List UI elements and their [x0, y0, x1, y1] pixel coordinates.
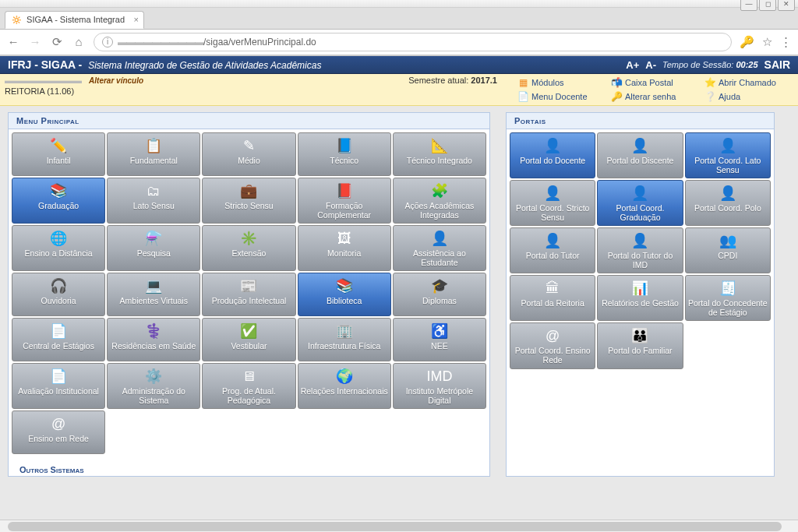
tab-close-icon[interactable]: × — [134, 15, 139, 24]
menu-card[interactable]: 💻Ambientes Virtuais — [107, 273, 200, 316]
logout-button[interactable]: SAIR — [764, 58, 790, 71]
menu-card-label: Stricto Sensu — [224, 202, 273, 211]
menu-card-label: Infraestrutura Física — [308, 342, 380, 351]
menu-card-label: Produção Intelectual — [212, 297, 287, 306]
menu-card[interactable]: 📚Biblioteca — [298, 273, 391, 316]
menu-card[interactable]: 📕Formação Complementar — [298, 178, 391, 224]
portal-card-label: Portal do Tutor do IMD — [599, 252, 680, 270]
window-close[interactable]: ✕ — [778, 0, 795, 11]
browser-menu-icon[interactable]: ⋮ — [780, 35, 792, 49]
key-saved-icon[interactable]: 🔑 — [740, 35, 754, 49]
portal-card-label: Portal Coord. Ensino Rede — [512, 347, 593, 365]
menu-card[interactable]: 🗂Lato Sensu — [107, 178, 200, 224]
address-bar[interactable]: i ▬▬▬▬▬▬▬▬▬▬ /sigaa/verMenuPrincipal.do — [94, 33, 732, 51]
portal-card[interactable]: 👤Portal do Tutor do IMD — [597, 227, 683, 273]
menu-card[interactable]: ⚙️Administração do Sistema — [107, 363, 200, 409]
menu-card[interactable]: 📘Técnico — [298, 132, 391, 176]
menu-card[interactable]: ✅Vestibular — [202, 318, 295, 361]
portal-card-icon: 👤 — [629, 184, 651, 203]
menu-card-icon: 👤 — [429, 229, 450, 248]
menu-card-label: Infantil — [47, 157, 71, 166]
nav-back-icon[interactable]: ← — [6, 35, 20, 49]
portal-card[interactable]: 🏛Portal da Reitoria — [510, 275, 595, 321]
menu-card[interactable]: 📄Central de Estágios — [12, 318, 105, 361]
menu-card-label: Prog. de Atual. Pedagógica — [204, 387, 293, 405]
portal-card[interactable]: 👤Portal Coord. Stricto Sensu — [510, 180, 595, 226]
menu-card[interactable]: 🧩Ações Acadêmicas Integradas — [393, 178, 486, 224]
menu-card-icon: 📄 — [48, 322, 69, 340]
menu-card[interactable]: ✏️Infantil — [12, 132, 105, 176]
teacher-menu-icon: 📄 — [517, 91, 528, 102]
quicklink-ajuda[interactable]: ❔Ajuda — [700, 90, 793, 104]
menu-card[interactable]: IMDInstituto Metrópole Digital — [393, 363, 486, 409]
nav-reload-icon[interactable]: ⟳ — [50, 35, 64, 49]
menu-card[interactable]: 🌍Relações Internacionais — [298, 363, 391, 409]
portal-card[interactable]: 👤Portal do Discente — [597, 132, 683, 178]
browser-chrome: — ◻ ✕ 🔆 SIGAA - Sistema Integrad × ← → ⟳… — [0, 0, 798, 56]
portal-card[interactable]: 👥CPDI — [685, 227, 771, 273]
quicklink-alterar-senha[interactable]: 🔑Alterar senha — [606, 90, 700, 104]
department-label: REITORIA (11.06) — [5, 86, 408, 96]
portal-card[interactable]: @Portal Coord. Ensino Rede — [510, 322, 595, 368]
menu-card-icon: 📘 — [334, 136, 355, 155]
portal-card-label: Portal do Discente — [607, 157, 674, 166]
portais-title: Portais — [507, 113, 774, 129]
window-maximize[interactable]: ◻ — [759, 0, 776, 11]
portal-card[interactable]: 📊Relatórios de Gestão — [597, 275, 683, 321]
nav-forward-icon[interactable]: → — [28, 35, 42, 49]
menu-card[interactable]: 🎧Ouvidoria — [12, 273, 105, 316]
portal-card[interactable]: 👤Portal Coord. Lato Sensu — [685, 132, 771, 178]
quicklink-modulos[interactable]: ▦Módulos — [513, 76, 606, 90]
portal-card-icon: 🏛 — [542, 279, 563, 298]
site-info-icon[interactable]: i — [102, 37, 113, 48]
portal-card[interactable]: 👤Portal do Tutor — [510, 227, 595, 273]
user-name-obscured: ▬▬▬▬▬▬▬▬▬ — [5, 76, 82, 85]
font-decrease-button[interactable]: A- — [645, 59, 656, 71]
portal-card[interactable]: 👪Portal do Familiar — [597, 322, 683, 368]
portal-card-icon: 👤 — [629, 231, 651, 250]
menu-card[interactable]: 📚Graduação — [12, 178, 105, 224]
menu-card[interactable]: @Ensino em Rede — [12, 410, 105, 454]
quicklink-caixa-postal[interactable]: 📬Caixa Postal — [606, 76, 700, 90]
portal-card-label: CPDI — [718, 252, 737, 261]
portais-grid: 👤Portal do Docente👤Portal do Discente👤Po… — [507, 129, 774, 372]
menu-card[interactable]: 👤Assistência ao Estudante — [393, 225, 486, 271]
portal-card[interactable]: 👤Portal Coord. Graduação — [597, 180, 683, 226]
alterar-vinculo-link[interactable]: Alterar vínculo — [89, 76, 143, 85]
menu-card[interactable]: 📐Técnico Integrado — [393, 132, 486, 176]
menu-card[interactable]: 📄Avaliação Institucional — [12, 363, 105, 409]
menu-card[interactable]: ✎Médio — [202, 132, 295, 176]
menu-card-icon: ✳️ — [238, 229, 260, 248]
font-increase-button[interactable]: A+ — [626, 59, 639, 71]
menu-card-icon: 🏢 — [334, 322, 355, 340]
portal-card-label: Portal do Docente — [520, 157, 585, 166]
bookmark-star-icon[interactable]: ☆ — [762, 35, 772, 49]
nav-home-icon[interactable]: ⌂ — [72, 35, 86, 49]
portal-card[interactable]: 👤Portal Coord. Polo — [685, 180, 771, 226]
menu-card-icon: ✅ — [238, 322, 260, 340]
menu-card-icon: 📰 — [238, 277, 260, 295]
menu-card-label: Técnico — [330, 157, 358, 166]
portal-card[interactable]: 🧾Portal do Concedente de Estágio — [685, 275, 771, 321]
menu-card[interactable]: ⚗️Pesquisa — [107, 225, 200, 271]
menu-card-icon: 🧩 — [429, 181, 450, 200]
menu-card[interactable]: 📋Fundamental — [107, 132, 200, 176]
menu-card[interactable]: ✳️Extensão — [202, 225, 295, 271]
quicklink-abrir-chamado[interactable]: ⭐Abrir Chamado — [700, 76, 793, 90]
menu-card[interactable]: 🖼Monitoria — [298, 225, 391, 271]
menu-card[interactable]: 🏢Infraestrutura Física — [298, 318, 391, 361]
menu-card[interactable]: ⚕️Residências em Saúde — [107, 318, 200, 361]
menu-card[interactable]: 🌐Ensino a Distância — [12, 225, 105, 271]
menu-card[interactable]: 📰Produção Intelectual — [202, 273, 295, 316]
menu-card[interactable]: 💼Stricto Sensu — [202, 178, 295, 224]
menu-card[interactable]: 🖥Prog. de Atual. Pedagógica — [202, 363, 295, 409]
quicklink-menu-docente[interactable]: 📄Menu Docente — [513, 90, 606, 104]
window-minimize[interactable]: — — [740, 0, 757, 11]
menu-card-label: Fundamental — [130, 157, 178, 166]
browser-tab[interactable]: 🔆 SIGAA - Sistema Integrad × — [5, 11, 144, 29]
portal-card[interactable]: 👤Portal do Docente — [510, 132, 595, 178]
menu-card[interactable]: 🎓Diplomas — [393, 273, 486, 316]
menu-card[interactable]: ♿NEE — [393, 318, 486, 361]
menu-card-label: Instituto Metrópole Digital — [395, 387, 484, 405]
menu-card-label: Administração do Sistema — [109, 387, 198, 405]
